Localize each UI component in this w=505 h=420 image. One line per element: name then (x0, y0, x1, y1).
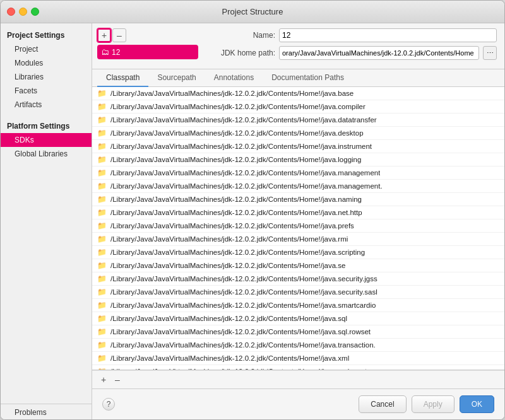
classpath-item-label: /Library/Java/JavaVirtualMachines/jdk-12… (110, 209, 362, 216)
name-field-row: Name: (218, 28, 497, 42)
tab-classpath[interactable]: Classpath (97, 69, 148, 87)
classpath-item-label: /Library/Java/JavaVirtualMachines/jdk-12… (110, 90, 354, 97)
classpath-item[interactable]: 📁/Library/Java/JavaVirtualMachines/jdk-1… (92, 219, 504, 233)
sidebar-item-problems[interactable]: Problems (1, 404, 92, 419)
sidebar-item-libraries[interactable]: Libraries (1, 70, 92, 84)
add-classpath-button[interactable]: + (97, 373, 110, 386)
folder-icon: 🗂 (101, 47, 109, 57)
jdk-home-label: JDK home path: (218, 49, 275, 57)
classpath-item-label: /Library/Java/JavaVirtualMachines/jdk-12… (110, 222, 354, 230)
help-button[interactable]: ? (102, 398, 115, 411)
classpath-item[interactable]: 📁/Library/Java/JavaVirtualMachines/jdk-1… (92, 246, 504, 259)
classpath-item-label: /Library/Java/JavaVirtualMachines/jdk-12… (110, 288, 377, 296)
classpath-list: 📁/Library/Java/JavaVirtualMachines/jdk-1… (92, 87, 504, 370)
sdk-details: Name: JDK home path: ⋯ (218, 28, 497, 60)
remove-classpath-button[interactable]: – (111, 373, 124, 386)
tab-annotations[interactable]: Annotations (205, 69, 263, 87)
classpath-item-label: /Library/Java/JavaVirtualMachines/jdk-12… (110, 341, 376, 349)
classpath-item[interactable]: 📁/Library/Java/JavaVirtualMachines/jdk-1… (92, 127, 504, 140)
classpath-item[interactable]: 📁/Library/Java/JavaVirtualMachines/jdk-1… (92, 339, 504, 352)
classpath-item[interactable]: 📁/Library/Java/JavaVirtualMachines/jdk-1… (92, 365, 504, 370)
titlebar: Project Structure (1, 1, 504, 23)
minimize-button[interactable] (19, 8, 27, 16)
project-settings-header: Project Settings (1, 27, 92, 42)
tabs-bar: Classpath Sourcepath Annotations Documen… (92, 69, 504, 87)
sdk-list-item-label: 12 (112, 48, 120, 57)
classpath-item-label: /Library/Java/JavaVirtualMachines/jdk-12… (110, 235, 348, 243)
classpath-item[interactable]: 📁/Library/Java/JavaVirtualMachines/jdk-1… (92, 100, 504, 114)
sdk-top-bar: + – 🗂 12 Name: (92, 23, 504, 69)
add-sdk-button[interactable]: + (97, 28, 111, 42)
classpath-folder-icon: 📁 (97, 208, 107, 217)
classpath-item-label: /Library/Java/JavaVirtualMachines/jdk-12… (110, 182, 383, 190)
classpath-item[interactable]: 📁/Library/Java/JavaVirtualMachines/jdk-1… (92, 153, 504, 166)
sidebar-item-artifacts[interactable]: Artifacts (1, 98, 92, 112)
platform-settings-header: Platform Settings (1, 118, 92, 133)
classpath-folder-icon: 📁 (97, 261, 107, 270)
window-title: Project Structure (222, 7, 283, 16)
classpath-folder-icon: 📁 (97, 115, 107, 124)
classpath-folder-icon: 📁 (97, 129, 107, 137)
sidebar-item-sdks[interactable]: SDKs (1, 133, 92, 147)
classpath-item-label: /Library/Java/JavaVirtualMachines/jdk-12… (110, 328, 371, 335)
bottom-left: ? (102, 398, 115, 411)
jdk-home-field-row: JDK home path: ⋯ (218, 46, 497, 60)
classpath-item[interactable]: 📁/Library/Java/JavaVirtualMachines/jdk-1… (92, 140, 504, 153)
tab-documentation-paths[interactable]: Documentation Paths (263, 69, 353, 87)
project-structure-window: Project Structure Project Settings Proje… (0, 0, 505, 420)
classpath-item-label: /Library/Java/JavaVirtualMachines/jdk-12… (110, 301, 376, 309)
browse-button[interactable]: ⋯ (483, 46, 497, 60)
sdk-toolbar: + – (97, 28, 211, 42)
classpath-item[interactable]: 📁/Library/Java/JavaVirtualMachines/jdk-1… (92, 206, 504, 219)
sdk-list-item[interactable]: 🗂 12 (97, 45, 198, 59)
classpath-item-label: /Library/Java/JavaVirtualMachines/jdk-12… (110, 169, 380, 177)
classpath-item[interactable]: 📁/Library/Java/JavaVirtualMachines/jdk-1… (92, 87, 504, 100)
classpath-folder-icon: 📁 (97, 221, 107, 230)
classpath-item[interactable]: 📁/Library/Java/JavaVirtualMachines/jdk-1… (92, 114, 504, 127)
classpath-item-label: /Library/Java/JavaVirtualMachines/jdk-12… (110, 156, 361, 163)
close-button[interactable] (7, 8, 15, 16)
classpath-folder-icon: 📁 (97, 102, 107, 111)
classpath-item[interactable]: 📁/Library/Java/JavaVirtualMachines/jdk-1… (92, 352, 504, 365)
sidebar-item-modules[interactable]: Modules (1, 56, 92, 70)
classpath-item[interactable]: 📁/Library/Java/JavaVirtualMachines/jdk-1… (92, 299, 504, 312)
classpath-folder-icon: 📁 (97, 274, 107, 283)
maximize-button[interactable] (31, 8, 39, 16)
classpath-item-label: /Library/Java/JavaVirtualMachines/jdk-12… (110, 129, 364, 137)
classpath-item-label: /Library/Java/JavaVirtualMachines/jdk-12… (110, 143, 372, 150)
remove-sdk-button[interactable]: – (112, 28, 126, 42)
classpath-item[interactable]: 📁/Library/Java/JavaVirtualMachines/jdk-1… (92, 180, 504, 193)
sidebar-item-global-libraries[interactable]: Global Libraries (1, 147, 92, 161)
classpath-item[interactable]: 📁/Library/Java/JavaVirtualMachines/jdk-1… (92, 233, 504, 246)
classpath-item[interactable]: 📁/Library/Java/JavaVirtualMachines/jdk-1… (92, 259, 504, 272)
classpath-item-label: /Library/Java/JavaVirtualMachines/jdk-12… (110, 116, 377, 124)
classpath-item-label: /Library/Java/JavaVirtualMachines/jdk-12… (110, 195, 362, 203)
classpath-folder-icon: 📁 (97, 89, 107, 98)
classpath-folder-icon: 📁 (97, 248, 107, 257)
classpath-folder-icon: 📁 (97, 235, 107, 243)
ok-button[interactable]: OK (460, 395, 494, 413)
classpath-item-label: /Library/Java/JavaVirtualMachines/jdk-12… (110, 248, 365, 256)
classpath-folder-icon: 📁 (97, 142, 107, 151)
classpath-item[interactable]: 📁/Library/Java/JavaVirtualMachines/jdk-1… (92, 286, 504, 299)
classpath-folder-icon: 📁 (97, 301, 107, 310)
classpath-toolbar: + – (92, 370, 504, 388)
classpath-item[interactable]: 📁/Library/Java/JavaVirtualMachines/jdk-1… (92, 325, 504, 339)
jdk-home-input[interactable] (279, 46, 479, 60)
classpath-item[interactable]: 📁/Library/Java/JavaVirtualMachines/jdk-1… (92, 193, 504, 206)
classpath-item-label: /Library/Java/JavaVirtualMachines/jdk-12… (110, 275, 377, 283)
classpath-folder-icon: 📁 (97, 354, 107, 363)
bottom-bar: ? Cancel Apply OK (92, 388, 504, 419)
classpath-folder-icon: 📁 (97, 182, 107, 190)
sidebar-item-facets[interactable]: Facets (1, 84, 92, 98)
tab-sourcepath[interactable]: Sourcepath (148, 69, 205, 87)
name-label: Name: (218, 31, 275, 40)
classpath-folder-icon: 📁 (97, 195, 107, 204)
apply-button[interactable]: Apply (412, 395, 454, 413)
sidebar-item-project[interactable]: Project (1, 42, 92, 56)
classpath-item[interactable]: 📁/Library/Java/JavaVirtualMachines/jdk-1… (92, 272, 504, 286)
classpath-item[interactable]: 📁/Library/Java/JavaVirtualMachines/jdk-1… (92, 312, 504, 325)
name-input[interactable] (279, 28, 497, 42)
classpath-item[interactable]: 📁/Library/Java/JavaVirtualMachines/jdk-1… (92, 166, 504, 180)
cancel-button[interactable]: Cancel (359, 395, 406, 413)
